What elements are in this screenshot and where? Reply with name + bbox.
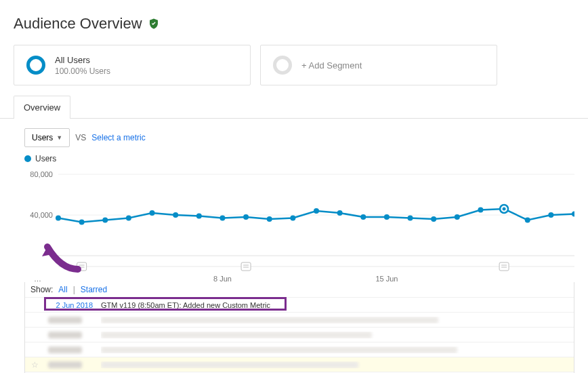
svg-text:80,000: 80,000 <box>30 170 53 178</box>
svg-point-8 <box>126 216 131 221</box>
annotation-row[interactable] <box>25 342 574 357</box>
svg-point-7 <box>102 218 108 223</box>
svg-point-10 <box>173 212 178 218</box>
svg-point-20 <box>408 216 413 221</box>
annotation-date: 2 Jun 2018 <box>48 301 93 309</box>
annotation-row[interactable]: 2 Jun 2018GTM v119 (8:50am ET): Added ne… <box>25 297 574 312</box>
svg-point-26 <box>525 218 530 223</box>
annotations-panel: Show: All | Starred 2 Jun 2018GTM v119 (… <box>24 282 574 373</box>
annotations-show-label: Show: <box>30 285 53 294</box>
svg-text:15 Jun: 15 Jun <box>375 275 398 282</box>
svg-point-25 <box>503 208 506 211</box>
svg-point-16 <box>314 208 319 214</box>
svg-point-12 <box>219 216 225 221</box>
svg-text:40,000: 40,000 <box>30 211 53 219</box>
segment-donut-icon-empty <box>273 56 292 75</box>
svg-point-11 <box>196 214 202 219</box>
svg-text:…: … <box>34 275 41 282</box>
segment-donut-icon <box>26 56 45 75</box>
segment-subtitle: 100.00% Users <box>55 66 110 76</box>
svg-point-13 <box>243 214 249 220</box>
svg-rect-30 <box>77 262 87 271</box>
svg-point-15 <box>290 216 295 221</box>
svg-point-23 <box>478 208 483 213</box>
page-title: Audience Overview <box>14 15 142 33</box>
metric-dropdown[interactable]: Users ▼ <box>24 128 70 147</box>
svg-point-21 <box>431 216 436 222</box>
svg-point-14 <box>267 216 272 222</box>
tab-overview[interactable]: Overview <box>14 96 70 119</box>
annotation-row[interactable]: ☆ <box>25 357 574 372</box>
annotations-filter-all[interactable]: All <box>58 285 67 294</box>
segment-title: All Users <box>55 55 110 65</box>
verified-shield-icon <box>148 18 160 30</box>
legend-series-label: Users <box>35 154 56 163</box>
annotation-text: GTM v119 (8:50am ET): Added new Custom M… <box>101 301 570 309</box>
annotation-row[interactable] <box>25 327 574 342</box>
svg-rect-36 <box>499 262 509 271</box>
svg-rect-33 <box>241 262 251 271</box>
add-segment-button[interactable]: + Add Segment <box>260 45 497 85</box>
svg-text:8 Jun: 8 Jun <box>213 275 232 282</box>
caret-down-icon: ▼ <box>56 134 62 141</box>
select-metric-link[interactable]: Select a metric <box>91 133 145 142</box>
svg-point-27 <box>548 212 553 218</box>
svg-point-22 <box>455 214 460 220</box>
vs-label: VS <box>75 133 86 142</box>
svg-point-5 <box>56 216 61 221</box>
annotation-row[interactable] <box>25 312 574 327</box>
add-segment-label: + Add Segment <box>301 60 362 71</box>
svg-point-17 <box>337 210 343 216</box>
metric-dropdown-label: Users <box>32 133 53 142</box>
svg-point-9 <box>150 210 155 216</box>
legend-dot-icon <box>24 155 31 162</box>
svg-point-6 <box>79 220 85 225</box>
svg-point-28 <box>572 212 574 217</box>
svg-point-18 <box>360 214 366 220</box>
annotations-filter-starred[interactable]: Starred <box>81 285 107 294</box>
users-line-chart[interactable]: 40,00080,000…8 Jun15 Jun <box>24 170 574 282</box>
segment-all-users[interactable]: All Users 100.00% Users <box>14 45 251 85</box>
star-icon[interactable]: ☆ <box>29 360 40 370</box>
svg-point-19 <box>384 214 390 220</box>
